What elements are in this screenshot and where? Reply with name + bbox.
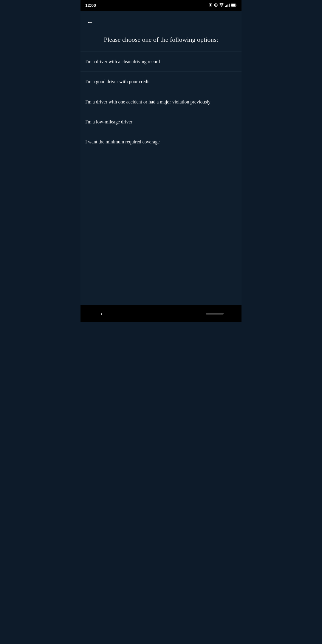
svg-rect-1: [210, 4, 211, 6]
back-button[interactable]: ←: [85, 17, 95, 27]
main-content: ← Please choose one of the following opt…: [80, 11, 242, 305]
option-clean-record[interactable]: I'm a driver with a clean driving record: [80, 52, 242, 72]
status-icons: [208, 3, 237, 8]
bottom-nav-bar: ‹: [80, 305, 242, 322]
svg-point-3: [215, 4, 216, 6]
back-arrow-icon: ←: [86, 18, 94, 26]
svg-point-4: [221, 6, 222, 7]
option-accident-violation[interactable]: I'm a driver with one accident or had a …: [80, 92, 242, 112]
nav-home-pill[interactable]: [206, 313, 224, 315]
option-poor-credit[interactable]: I'm a good driver with poor credit: [80, 72, 242, 92]
option-low-mileage[interactable]: I'm a low-mileage driver: [80, 112, 242, 132]
battery-icon: [231, 4, 237, 7]
status-time: 12:00: [85, 3, 96, 8]
option-minimum-coverage[interactable]: I want the minimum required coverage: [80, 132, 242, 152]
nav-back-button[interactable]: ‹: [98, 308, 105, 319]
header: ←: [80, 11, 242, 30]
sim-icon: [208, 3, 213, 8]
circle-dot-icon: [214, 3, 218, 8]
signal-icon: [225, 3, 230, 8]
svg-rect-6: [231, 4, 235, 7]
status-bar: 12:00: [80, 0, 242, 11]
options-list: I'm a driver with a clean driving record…: [80, 52, 242, 152]
wifi-icon: [219, 3, 224, 8]
page-title: Please choose one of the following optio…: [80, 30, 242, 52]
